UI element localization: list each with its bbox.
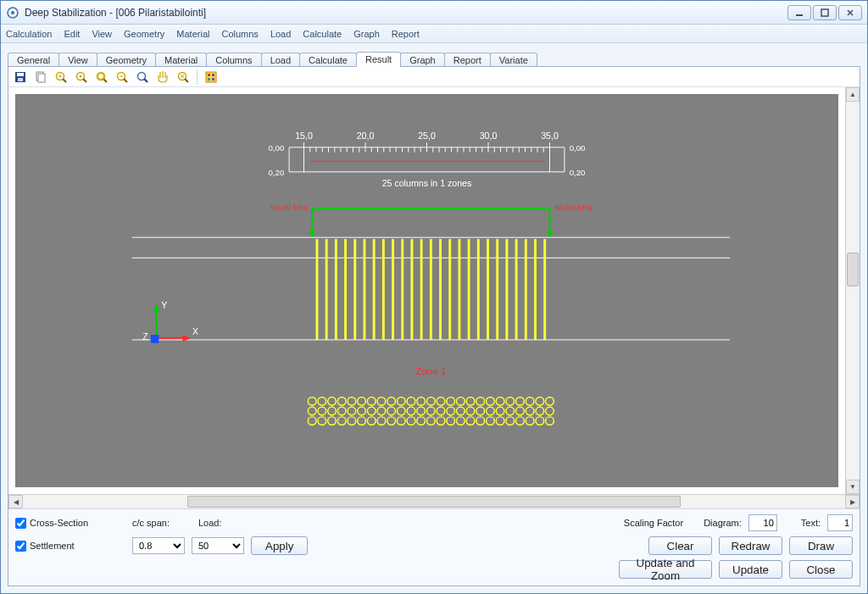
svg-point-153 (407, 397, 415, 406)
svg-text:25 columns in 1 zones: 25 columns in 1 zones (382, 178, 472, 188)
app-icon (6, 6, 19, 19)
pan-icon[interactable] (154, 69, 171, 86)
zoom-previous-icon[interactable] (134, 69, 151, 86)
diagram-input[interactable] (748, 514, 777, 531)
menu-report[interactable]: Report (392, 29, 420, 39)
copy-icon[interactable] (32, 69, 49, 86)
text-scale-label: Text: (801, 518, 821, 528)
draw-button[interactable]: Draw (789, 536, 853, 555)
menu-view[interactable]: View (92, 29, 112, 39)
scroll-right-icon[interactable]: ▶ (845, 495, 860, 508)
svg-point-200 (377, 417, 386, 425)
svg-rect-31 (208, 78, 210, 80)
tab-material[interactable]: Material (155, 53, 207, 67)
svg-point-203 (407, 417, 415, 425)
svg-point-217 (546, 417, 554, 425)
settlement-checkbox[interactable] (15, 541, 26, 552)
vertical-scrollbar[interactable]: ▲ ▼ (845, 87, 860, 494)
svg-point-185 (476, 407, 485, 415)
svg-rect-29 (208, 74, 210, 76)
minimize-button[interactable] (787, 5, 811, 20)
svg-point-152 (397, 397, 405, 406)
tab-variate[interactable]: Variate (490, 53, 537, 67)
menu-edit[interactable]: Edit (64, 29, 80, 39)
menubar: Calculation Edit View Geometry Material … (1, 25, 867, 43)
hscroll-thumb[interactable] (187, 496, 681, 508)
tab-general[interactable]: General (8, 53, 59, 67)
toolbar (8, 67, 860, 87)
svg-point-211 (487, 417, 495, 425)
svg-text:Y: Y (161, 300, 167, 310)
save-icon[interactable] (12, 69, 29, 86)
cross-section-checkbox[interactable] (15, 518, 26, 529)
scroll-down-icon[interactable]: ▼ (846, 480, 860, 494)
tab-result[interactable]: Result (356, 52, 401, 67)
svg-rect-30 (212, 74, 214, 76)
result-canvas[interactable]: 15,020,025,030,035,00,000,200,000,2025 c… (15, 94, 838, 487)
apply-button[interactable]: Apply (251, 536, 308, 555)
menu-graph[interactable]: Graph (353, 29, 380, 39)
text-scale-input[interactable] (827, 514, 853, 531)
svg-text:20,0: 20,0 (357, 130, 375, 141)
svg-rect-3 (821, 9, 828, 16)
menu-geometry[interactable]: Geometry (124, 29, 164, 39)
close-panel-button[interactable]: Close (789, 560, 853, 579)
svg-line-16 (83, 79, 86, 82)
zoom-reset-icon[interactable] (175, 69, 192, 86)
svg-text:Z: Z (142, 331, 148, 341)
zoom-out-icon[interactable] (114, 69, 131, 86)
svg-rect-28 (206, 72, 216, 82)
svg-point-157 (447, 397, 455, 406)
scroll-up-icon[interactable]: ▲ (846, 87, 860, 102)
svg-point-143 (308, 397, 316, 406)
svg-point-171 (337, 407, 346, 415)
svg-point-195 (328, 417, 337, 425)
svg-point-186 (487, 407, 495, 415)
svg-point-202 (397, 417, 405, 425)
cc-span-select[interactable]: 0.8 (132, 537, 185, 554)
svg-text:50,00 kPa: 50,00 kPa (554, 203, 592, 212)
svg-point-196 (337, 417, 346, 425)
tab-view[interactable]: View (58, 53, 97, 67)
tab-graph[interactable]: Graph (400, 53, 445, 67)
menu-load[interactable]: Load (270, 29, 291, 39)
maximize-button[interactable] (813, 5, 837, 20)
zoom-window-icon[interactable] (93, 69, 110, 86)
svg-point-209 (466, 417, 475, 425)
menu-columns[interactable]: Columns (221, 29, 258, 39)
tab-geometry[interactable]: Geometry (97, 53, 156, 67)
vscroll-thumb[interactable] (847, 253, 859, 286)
svg-point-150 (377, 397, 386, 406)
titlebar: Deep Stabilization - [006 Pilaristabiloi… (1, 1, 867, 25)
svg-point-148 (358, 397, 366, 406)
cc-span-label: c/c span: (132, 518, 170, 528)
svg-point-215 (526, 417, 534, 425)
zoom-extents-icon[interactable] (73, 69, 90, 86)
svg-point-213 (506, 417, 515, 425)
tab-load[interactable]: Load (261, 53, 300, 67)
tab-columns[interactable]: Columns (206, 53, 261, 67)
update-button[interactable]: Update (719, 560, 782, 579)
menu-calculate[interactable]: Calculate (303, 29, 342, 39)
menu-calculation[interactable]: Calculation (6, 29, 52, 39)
horizontal-scrollbar[interactable]: ◀ ▶ (8, 494, 860, 508)
svg-point-197 (348, 417, 356, 425)
svg-text:35,0: 35,0 (541, 130, 559, 141)
menu-material[interactable]: Material (176, 29, 209, 39)
tab-report[interactable]: Report (444, 53, 491, 67)
update-zoom-button[interactable]: Update and Zoom (619, 560, 712, 579)
svg-point-201 (387, 417, 396, 425)
tab-calculate[interactable]: Calculate (299, 53, 357, 67)
svg-point-183 (457, 407, 465, 415)
svg-point-179 (417, 407, 426, 415)
svg-point-208 (457, 417, 465, 425)
zoom-in-icon[interactable] (53, 69, 70, 86)
load-select[interactable]: 50 (192, 537, 244, 554)
redraw-button[interactable]: Redraw (719, 536, 782, 555)
svg-point-206 (437, 417, 445, 425)
svg-point-146 (337, 397, 346, 406)
close-button[interactable] (838, 5, 862, 20)
scroll-left-icon[interactable]: ◀ (8, 495, 23, 508)
clear-button[interactable]: Clear (648, 536, 712, 555)
settings-icon[interactable] (203, 69, 220, 86)
